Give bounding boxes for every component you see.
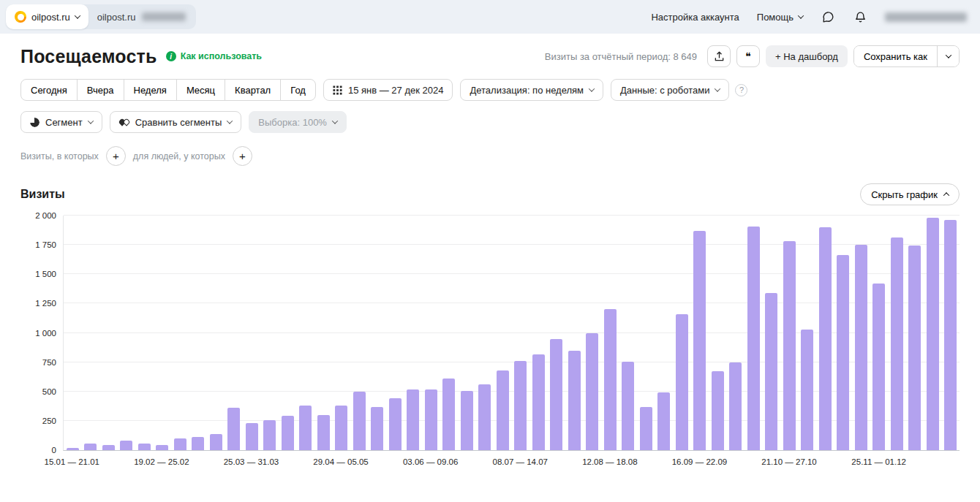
chart-bar[interactable] xyxy=(676,314,688,450)
period-filter-row: Сегодня Вчера Неделя Месяц Квартал Год 1… xyxy=(20,79,960,101)
chart-bar[interactable] xyxy=(246,423,258,450)
page: { "colors": { "accent_green": "#0da850",… xyxy=(0,0,980,502)
chart-bar[interactable] xyxy=(783,241,796,450)
chart-bar[interactable] xyxy=(371,407,383,450)
save-as-button[interactable]: Сохранить как xyxy=(854,46,937,66)
chat-icon[interactable] xyxy=(821,9,835,24)
date-range-button[interactable]: 15 янв — 27 дек 2024 xyxy=(323,79,453,101)
chart-bar[interactable] xyxy=(604,309,617,450)
chart-bar[interactable] xyxy=(227,408,240,450)
sampling-dropdown[interactable]: Выборка: 100% xyxy=(249,111,347,133)
export-button[interactable] xyxy=(707,45,731,67)
chart-bar[interactable] xyxy=(353,392,366,450)
chart-bar[interactable] xyxy=(747,227,760,450)
counter-meta: oilpost.ru xyxy=(97,12,186,23)
chart-bar[interactable] xyxy=(174,438,186,450)
chart-bar[interactable] xyxy=(693,231,706,450)
chart-bar[interactable] xyxy=(282,416,294,450)
chart-bar[interactable] xyxy=(442,379,455,450)
chart-bar[interactable] xyxy=(568,351,581,450)
compare-segments-dropdown[interactable]: Сравнить сегменты xyxy=(110,111,242,133)
add-visit-condition-button[interactable]: + xyxy=(106,146,126,166)
chart-bar[interactable] xyxy=(891,237,903,450)
chart-bar[interactable] xyxy=(712,371,724,450)
add-people-condition-button[interactable]: + xyxy=(233,146,252,166)
chart-bar[interactable] xyxy=(944,220,957,450)
chart-bar[interactable] xyxy=(317,415,330,450)
chart-bar[interactable] xyxy=(120,441,132,450)
x-axis-label: 25.03 — 31.03 xyxy=(224,457,279,466)
counter-domain: oilpost.ru xyxy=(97,12,136,23)
segment-dropdown[interactable]: Сегмент xyxy=(20,111,102,133)
preset-yesterday-button[interactable]: Вчера xyxy=(77,79,124,101)
x-axis-label: 21.10 — 27.10 xyxy=(761,457,816,466)
chart-bar[interactable] xyxy=(514,361,527,450)
help-question-icon[interactable]: ? xyxy=(735,84,747,96)
calendar-grid-icon xyxy=(333,85,342,95)
chart-bar[interactable] xyxy=(461,391,473,450)
chart-bar[interactable] xyxy=(389,398,402,450)
chart-bar[interactable] xyxy=(532,354,545,450)
chart-plot: 02505007501 0001 2501 5001 7502 000 xyxy=(63,216,960,451)
account-settings-link[interactable]: Настройка аккаунта xyxy=(651,12,739,23)
help-link[interactable]: Помощь xyxy=(757,12,803,23)
chart-bar[interactable] xyxy=(425,389,437,450)
chart-bar[interactable] xyxy=(729,362,742,450)
preset-week-button[interactable]: Неделя xyxy=(124,79,177,101)
chart-bar[interactable] xyxy=(622,362,634,450)
how-to-use-label: Как использовать xyxy=(181,51,262,61)
chart-bar[interactable] xyxy=(407,389,419,450)
detalization-dropdown[interactable]: Детализация: по неделям xyxy=(460,79,603,101)
chart-bar[interactable] xyxy=(497,370,509,450)
chart-bar[interactable] xyxy=(192,437,204,450)
data-mode-dropdown[interactable]: Данные: с роботами xyxy=(611,79,729,101)
chart-bar[interactable] xyxy=(550,339,562,450)
counter-pill[interactable]: oilpost.ru xyxy=(6,4,88,29)
save-as-dropdown-button[interactable] xyxy=(937,46,959,66)
hide-chart-button[interactable]: Скрыть график xyxy=(860,183,960,205)
chart-bar[interactable] xyxy=(84,444,97,450)
y-axis-label: 1 250 xyxy=(17,299,56,308)
chart-bar[interactable] xyxy=(478,384,491,450)
chart-bar[interactable] xyxy=(263,420,276,450)
chart-bar[interactable] xyxy=(102,445,115,450)
chart-bar[interactable] xyxy=(837,255,849,450)
chart-bar[interactable] xyxy=(586,333,598,451)
x-axis-label: 25.11 — 01.12 xyxy=(851,457,906,466)
counter-id-redacted xyxy=(142,12,186,21)
chart-bar[interactable] xyxy=(855,245,867,450)
chart-bar[interactable] xyxy=(299,406,312,450)
detalization-value: Детализация: по неделям xyxy=(470,85,584,96)
preset-today-button[interactable]: Сегодня xyxy=(20,79,78,101)
pie-segment-icon xyxy=(30,118,39,127)
chart-bar[interactable] xyxy=(156,445,168,450)
chart-bar[interactable] xyxy=(819,227,832,450)
save-as-split-button: Сохранить как xyxy=(853,45,960,67)
visits-condition-label: Визиты, в которых xyxy=(20,151,99,161)
chart-bar[interactable] xyxy=(335,406,347,450)
chart-bar[interactable] xyxy=(908,246,921,450)
y-axis-label: 750 xyxy=(17,358,56,367)
chart-bar[interactable] xyxy=(640,407,652,450)
notes-button[interactable]: ❝ xyxy=(736,45,760,67)
notifications-bell-icon[interactable] xyxy=(853,9,867,24)
preset-year-button[interactable]: Год xyxy=(280,79,316,101)
chart-bar[interactable] xyxy=(67,448,79,450)
preset-month-button[interactable]: Месяц xyxy=(176,79,225,101)
y-axis-label: 1 000 xyxy=(17,329,56,338)
chevron-up-icon xyxy=(943,192,949,198)
add-to-dashboard-button[interactable]: + На дашборд xyxy=(766,45,848,67)
chart-bar[interactable] xyxy=(138,444,151,450)
chart-bar[interactable] xyxy=(801,330,813,450)
preset-quarter-button[interactable]: Квартал xyxy=(225,79,281,101)
chevron-down-icon xyxy=(332,118,338,123)
how-to-use-link[interactable]: i Как использовать xyxy=(166,51,262,61)
chart-bar[interactable] xyxy=(765,293,777,450)
chart-bar[interactable] xyxy=(927,218,939,450)
username-redacted[interactable] xyxy=(885,12,967,22)
compare-segments-label: Сравнить сегменты xyxy=(135,117,222,128)
chart-bar[interactable] xyxy=(657,392,670,450)
chart-bar[interactable] xyxy=(210,434,222,450)
counter-switcher[interactable]: oilpost.ru oilpost.ru xyxy=(6,4,196,29)
chart-bar[interactable] xyxy=(872,284,885,450)
